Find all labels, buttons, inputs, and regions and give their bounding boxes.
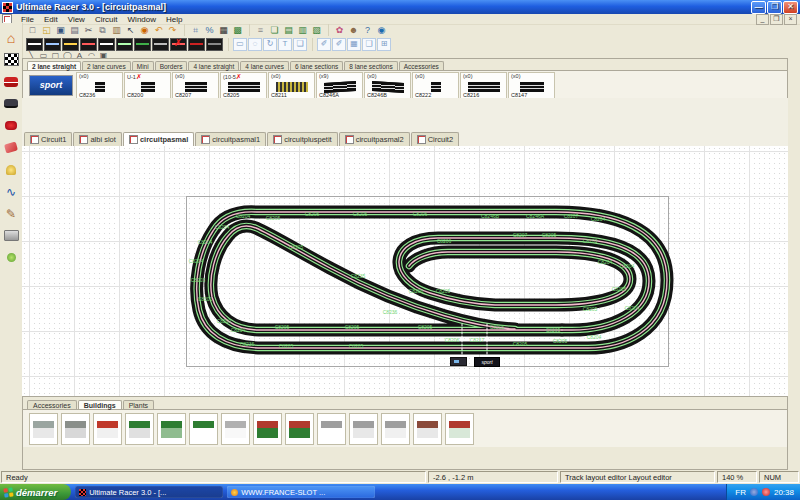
measure-tool-2-icon[interactable]: ✐: [332, 38, 346, 51]
lasso-tool-icon[interactable]: ◌: [248, 38, 262, 51]
results-button[interactable]: ∿: [2, 184, 20, 199]
tray-messenger-icon[interactable]: [750, 488, 758, 496]
doc-tab-circuitpasmal[interactable]: circuitpasmal: [123, 132, 194, 146]
building-thumbnail-1[interactable]: [29, 413, 58, 445]
rotate-tool-icon[interactable]: ↻: [263, 38, 277, 51]
rose-icon[interactable]: ✿: [333, 24, 346, 36]
picture-tool-icon[interactable]: ▦: [347, 38, 361, 51]
select-arrow-icon[interactable]: ↖: [124, 24, 137, 36]
tile-vertical-icon[interactable]: ▥: [296, 24, 309, 36]
mdi-close-button[interactable]: ×: [784, 14, 797, 25]
part-C8211[interactable]: (x0)C8211: [268, 72, 315, 99]
championship-button[interactable]: [2, 162, 20, 177]
part-C8222[interactable]: (x0)C8222: [412, 72, 459, 99]
layout-canvas[interactable]: [22, 146, 788, 396]
text-tool-icon[interactable]: T: [278, 38, 292, 51]
track-editor-button[interactable]: ✎: [2, 206, 20, 221]
part-C8246B[interactable]: (x0)C8246B: [364, 72, 411, 99]
building-thumbnail-6[interactable]: [189, 413, 218, 445]
shapes-tool-icon[interactable]: ❏: [293, 38, 307, 51]
new-icon[interactable]: □: [26, 24, 39, 36]
doc-tab-circuitpluspetit[interactable]: circuitpluspetit: [267, 132, 338, 146]
part-C8147[interactable]: (x0)C8147: [508, 72, 555, 99]
taskbar-task[interactable]: WWW.FRANCE-SLOT ...: [227, 486, 375, 498]
building-thumbnail-8[interactable]: [253, 413, 282, 445]
users-icon[interactable]: ☻: [347, 24, 360, 36]
track-style-1[interactable]: [26, 38, 43, 51]
building-thumbnail-12[interactable]: [381, 413, 410, 445]
image-color-icon[interactable]: ▩: [231, 24, 244, 36]
taskbar-task[interactable]: Ultimate Racer 3.0 - [...: [75, 486, 223, 498]
building-thumbnail-14[interactable]: [445, 413, 474, 445]
undo-icon[interactable]: ↶: [152, 24, 165, 36]
part-C8246A[interactable]: (x9)C8246A: [316, 72, 363, 99]
parts-tab-2-lane-straight[interactable]: 2 lane straight: [27, 61, 81, 70]
garage-button[interactable]: [2, 96, 20, 111]
building-thumbnail-2[interactable]: [61, 413, 90, 445]
bottom-tab-accessories[interactable]: Accessories: [27, 400, 77, 409]
part-C8200[interactable]: U-1✗C8200: [124, 72, 171, 99]
part-C8216[interactable]: (x0)C8216: [460, 72, 507, 99]
percent-icon[interactable]: %: [203, 24, 216, 36]
track-style-8[interactable]: [152, 38, 169, 51]
print-icon[interactable]: ▤: [68, 24, 81, 36]
grid-icon[interactable]: ⌗: [189, 24, 202, 36]
track-style-6[interactable]: [116, 38, 133, 51]
doc-tab-circuitpasmal1[interactable]: circuitpasmal1: [195, 132, 266, 146]
restore-button[interactable]: ❐: [767, 1, 782, 14]
doc-tab-circuitpasmal2[interactable]: circuitpasmal2: [339, 132, 410, 146]
cascade-icon[interactable]: ❏: [268, 24, 281, 36]
menu-window[interactable]: Window: [123, 15, 161, 24]
cars-button[interactable]: [2, 74, 20, 89]
building-thumbnail-5[interactable]: [157, 413, 186, 445]
track-style-11[interactable]: [206, 38, 223, 51]
parts-tab-8-lane-sections[interactable]: 8 lane sections: [344, 61, 397, 70]
home-button[interactable]: ⌂: [2, 30, 20, 45]
building-thumbnail-9[interactable]: [285, 413, 314, 445]
note-tool-icon[interactable]: ❑: [362, 38, 376, 51]
parts-tab-6-lane-sections[interactable]: 6 lane sections: [290, 61, 343, 70]
track-style-2[interactable]: [44, 38, 61, 51]
track-style-4[interactable]: [80, 38, 97, 51]
building-thumbnail-7[interactable]: [221, 413, 250, 445]
open-folder-icon[interactable]: ◱: [40, 24, 53, 36]
track-style-3[interactable]: [62, 38, 79, 51]
help-icon[interactable]: ?: [361, 24, 374, 36]
bottom-tab-plants[interactable]: Plants: [123, 400, 154, 409]
copy-icon[interactable]: ⧉: [96, 24, 109, 36]
race-flag-button[interactable]: [2, 52, 20, 67]
run-button[interactable]: [2, 250, 20, 265]
building-thumbnail-10[interactable]: [317, 413, 346, 445]
start-button[interactable]: démarrer: [0, 484, 71, 500]
building-thumbnail-13[interactable]: [413, 413, 442, 445]
parts-tab-4-lane-curves[interactable]: 4 lane curves: [240, 61, 289, 70]
language-indicator[interactable]: FR: [735, 488, 746, 497]
web-icon[interactable]: ◉: [375, 24, 388, 36]
part-C8205[interactable]: (10-5✗C8205: [220, 72, 267, 99]
tile-horizontal-icon[interactable]: ▤: [282, 24, 295, 36]
track-style-10[interactable]: [188, 38, 205, 51]
part-C8236[interactable]: (x0)C8236: [76, 72, 123, 99]
menu-help[interactable]: Help: [161, 15, 187, 24]
track-style-5[interactable]: [98, 38, 115, 51]
fill-icon[interactable]: ◉: [138, 24, 151, 36]
building-thumbnail-3[interactable]: [93, 413, 122, 445]
arrange-icon[interactable]: ▧: [310, 24, 323, 36]
save-icon[interactable]: ▣: [54, 24, 67, 36]
menu-edit[interactable]: Edit: [39, 15, 63, 24]
tray-app-icon[interactable]: [762, 488, 770, 496]
parts-tab-borders[interactable]: Borders: [155, 61, 188, 70]
car-editor-button[interactable]: [2, 118, 20, 133]
bottom-tab-buildings[interactable]: Buildings: [78, 400, 122, 409]
damage-button[interactable]: [2, 140, 20, 155]
building-thumbnail-4[interactable]: [125, 413, 154, 445]
part-C8207[interactable]: (x0)C8207: [172, 72, 219, 99]
parts-tab-mini[interactable]: Mini: [132, 61, 154, 70]
redo-icon[interactable]: ↷: [166, 24, 179, 36]
parts-tab-4-lane-straight[interactable]: 4 lane straight: [188, 61, 239, 70]
close-button[interactable]: ✕: [783, 1, 798, 14]
doc-tab-albi-slot[interactable]: albi slot: [73, 132, 121, 146]
menu-circuit[interactable]: Circuit: [90, 15, 123, 24]
print-layout-button[interactable]: [2, 228, 20, 243]
mdi-minimize-button[interactable]: _: [756, 14, 769, 25]
